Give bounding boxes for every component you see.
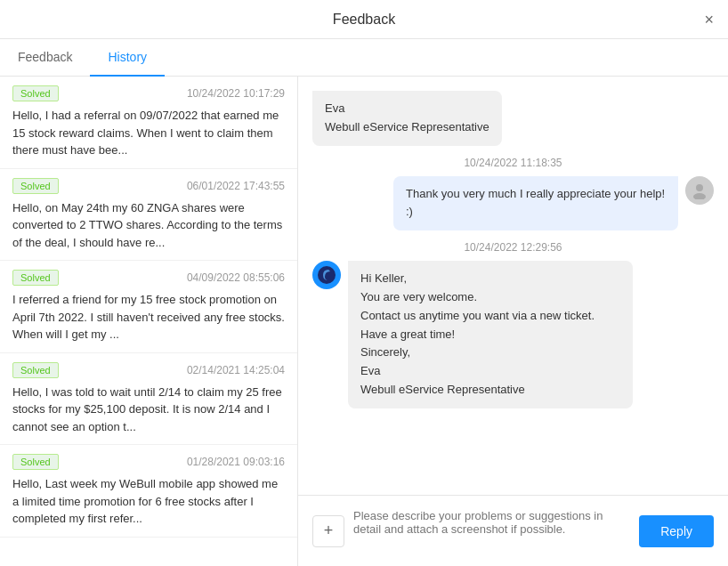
status-badge: Solved: [12, 362, 59, 378]
item-header: Solved 01/28/2021 09:03:16: [12, 454, 285, 470]
user-avatar: [685, 176, 714, 205]
input-area: + Reply: [298, 495, 728, 566]
attach-button[interactable]: +: [312, 515, 344, 547]
item-text: Hello, Last week my WeBull mobile app sh…: [12, 475, 285, 528]
list-item[interactable]: Solved 02/14/2021 14:25:04 Hello, I was …: [0, 353, 297, 446]
chat-area: Eva Webull eService Representative 10/24…: [298, 77, 728, 495]
chat-bubble: Thank you very much I really appreciate …: [393, 176, 678, 231]
history-list: Solved 10/24/2022 10:17:29 Hello, I had …: [0, 77, 298, 566]
tab-feedback[interactable]: Feedback: [0, 39, 90, 77]
modal-title: Feedback: [333, 12, 395, 28]
item-header: Solved 10/24/2022 10:17:29: [12, 85, 285, 101]
list-item[interactable]: Solved 04/09/2022 08:55:06 I referred a …: [0, 261, 297, 353]
reply-button[interactable]: Reply: [639, 515, 714, 547]
chat-bubble: Eva Webull eService Representative: [312, 91, 502, 146]
chat-message-agent-webull: Hi Keller, You are very welcome. Contact…: [312, 261, 714, 408]
tab-history[interactable]: History: [90, 39, 165, 77]
list-item[interactable]: Solved 01/28/2021 09:03:16 Hello, Last w…: [0, 445, 297, 538]
item-text: Hello, on May 24th my 60 ZNGA shares wer…: [12, 199, 285, 252]
close-button[interactable]: ×: [704, 12, 714, 28]
svg-point-2: [318, 266, 336, 284]
item-header: Solved 06/01/2022 17:43:55: [12, 178, 285, 194]
item-text: Hello, I had a referral on 09/07/2022 th…: [12, 107, 285, 159]
item-date: 06/01/2022 17:43:55: [187, 180, 285, 192]
item-date: 02/14/2021 14:25:04: [187, 364, 285, 376]
modal-header: Feedback ×: [0, 0, 728, 39]
status-badge: Solved: [12, 85, 59, 101]
item-date: 04/09/2022 08:55:06: [187, 271, 285, 284]
item-header: Solved 02/14/2021 14:25:04: [12, 362, 285, 378]
chat-message-user: Thank you very much I really appreciate …: [312, 176, 714, 231]
chat-timestamp: 10/24/2022 12:29:56: [312, 241, 714, 254]
webull-avatar: [312, 261, 341, 289]
item-date: 10/24/2022 10:17:29: [187, 87, 285, 100]
status-badge: Solved: [12, 178, 59, 194]
item-text: Hello, I was told to wait until 2/14 to …: [12, 384, 285, 436]
list-item[interactable]: Solved 10/24/2022 10:17:29 Hello, I had …: [0, 77, 297, 169]
svg-point-0: [696, 184, 703, 191]
status-badge: Solved: [12, 454, 59, 470]
item-header: Solved 04/09/2022 08:55:06: [12, 270, 285, 286]
tabs-bar: Feedback History: [0, 39, 728, 77]
list-item[interactable]: Solved 06/01/2022 17:43:55 Hello, on May…: [0, 169, 297, 262]
feedback-modal: Feedback × Feedback History Solved 10/24…: [0, 0, 728, 566]
message-input[interactable]: [353, 509, 630, 554]
chat-message-agent: Eva Webull eService Representative: [312, 91, 714, 146]
status-badge: Solved: [12, 270, 59, 286]
svg-point-1: [693, 193, 706, 199]
chat-panel: Eva Webull eService Representative 10/24…: [298, 77, 728, 566]
chat-bubble: Hi Keller, You are very welcome. Contact…: [348, 261, 633, 408]
chat-timestamp: 10/24/2022 11:18:35: [312, 157, 714, 169]
item-text: I referred a friend for my 15 free stock…: [12, 291, 285, 344]
item-date: 01/28/2021 09:03:16: [187, 456, 285, 468]
main-content: Solved 10/24/2022 10:17:29 Hello, I had …: [0, 77, 728, 566]
